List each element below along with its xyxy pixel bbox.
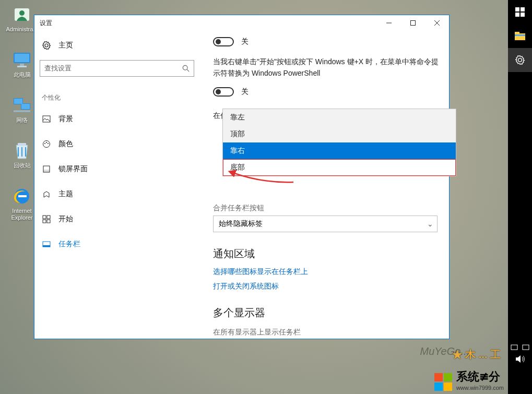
svg-rect-8 <box>14 99 22 104</box>
desktop-icon-label: Internet Explorer <box>11 208 33 221</box>
desktop-icon-label: Administra... <box>6 26 38 33</box>
desktop-icon-network[interactable]: 网络 <box>6 95 38 124</box>
volume-icon[interactable] <box>515 355 525 363</box>
svg-rect-10 <box>18 143 26 146</box>
svg-rect-33 <box>515 32 519 34</box>
link-system-icons[interactable]: 打开或关闭系统图标 <box>213 282 440 291</box>
tray-icons[interactable] <box>511 343 529 351</box>
svg-rect-34 <box>515 34 525 36</box>
nav-themes[interactable]: 主题 <box>40 182 202 207</box>
nav-lockscreen[interactable]: 锁屏界面 <box>40 157 202 182</box>
lockscreen-icon <box>42 165 51 173</box>
gear-icon <box>42 41 51 50</box>
search-placeholder: 查找设置 <box>44 64 72 73</box>
search-icon <box>182 65 190 72</box>
user-icon <box>11 4 32 25</box>
brand-url: www.win7999.com <box>456 385 504 391</box>
svg-point-17 <box>44 143 45 144</box>
svg-rect-35 <box>511 345 517 350</box>
toggle-switch-2[interactable] <box>213 87 234 97</box>
svg-rect-27 <box>43 245 50 247</box>
dropdown-option-top[interactable]: 顶部 <box>223 126 456 142</box>
brand-text: 系统≢分 <box>456 369 504 385</box>
svg-rect-21 <box>43 170 50 172</box>
svg-rect-30 <box>515 13 519 17</box>
dropdown-option-right[interactable]: 靠右 <box>223 142 456 159</box>
taskbar-tray <box>508 340 532 394</box>
toggle-switch-1[interactable] <box>213 37 234 46</box>
nav-colors[interactable]: 颜色 <box>40 132 202 157</box>
tray-icon-1[interactable] <box>511 343 518 351</box>
theme-icon <box>42 190 51 198</box>
desktop-icons: Administra... 此电脑 网络 回收站 Internet Explor… <box>6 4 38 221</box>
toggle-state-1: 关 <box>241 37 249 46</box>
svg-rect-25 <box>47 220 50 223</box>
nav-background[interactable]: 背景 <box>40 106 202 132</box>
combo-value: 始终隐藏标签 <box>219 219 263 229</box>
dropdown-option-bottom[interactable]: 底部 <box>223 159 456 176</box>
link-select-icons[interactable]: 选择哪些图标显示在任务栏上 <box>213 267 440 277</box>
desktop-icon-user[interactable]: Administra... <box>6 4 38 33</box>
nav-label: 任务栏 <box>58 240 80 249</box>
computer-icon <box>11 50 32 70</box>
desktop-icon-label: 回收站 <box>14 162 31 169</box>
desktop-icon-ie[interactable]: Internet Explorer <box>6 186 38 221</box>
maximize-button[interactable] <box>401 15 425 31</box>
nav-start[interactable]: 开始 <box>40 207 202 232</box>
recycle-icon <box>11 140 32 161</box>
picture-icon <box>42 115 51 123</box>
svg-rect-5 <box>17 66 27 67</box>
dropdown-option-left[interactable]: 靠左 <box>223 109 456 126</box>
nav-label: 锁屏界面 <box>58 164 88 174</box>
settings-task-button[interactable] <box>508 48 532 72</box>
taskbar-icon <box>42 240 51 248</box>
start-button[interactable] <box>508 0 532 24</box>
svg-rect-22 <box>43 216 46 219</box>
svg-rect-36 <box>523 345 529 350</box>
svg-rect-13 <box>411 21 416 26</box>
nav-taskbar[interactable]: 任务栏 <box>40 232 202 257</box>
network-icon <box>11 95 32 116</box>
multimonitor-header: 多个显示器 <box>213 306 440 320</box>
svg-point-16 <box>43 141 50 148</box>
home-label: 主页 <box>58 41 73 50</box>
notification-area-header: 通知区域 <box>213 247 440 261</box>
combine-label-partial: 合并任务栏按钮 <box>213 202 440 213</box>
svg-point-14 <box>183 65 187 70</box>
settings-window: 设置 主页 查找设置 个性化 背景 <box>34 15 450 339</box>
explorer-button[interactable] <box>508 24 532 48</box>
desktop-icon-recycle[interactable]: 回收站 <box>6 140 38 169</box>
tray-icon-2[interactable] <box>522 343 529 351</box>
nav-label: 颜色 <box>58 139 73 149</box>
svg-rect-4 <box>20 64 24 66</box>
minimize-button[interactable] <box>377 15 401 31</box>
toggle-state-2: 关 <box>241 87 249 97</box>
desktop-icon-computer[interactable]: 此电脑 <box>6 50 38 78</box>
ie-icon <box>11 186 32 207</box>
settings-content: 关 当我右键单击"开始"按钮或按下 Windows 键+X 时，在菜单中将命令提… <box>202 31 449 339</box>
nav-label: 背景 <box>58 114 73 124</box>
close-button[interactable] <box>425 15 449 31</box>
svg-rect-24 <box>43 220 46 223</box>
svg-point-19 <box>48 143 49 144</box>
svg-rect-9 <box>21 104 30 109</box>
watermark-logo-text: ★ 木 ... 工 <box>452 348 501 362</box>
multimon-label: 在所有显示器上显示任务栏 <box>213 326 440 338</box>
taskbar-position-dropdown: 靠左 顶部 靠右 底部 <box>222 109 456 176</box>
svg-rect-23 <box>47 216 50 219</box>
svg-rect-29 <box>521 7 525 11</box>
powershell-desc: 当我右键单击"开始"按钮或按下 Windows 键+X 时，在菜单中将命令提示符… <box>213 56 440 79</box>
svg-point-18 <box>46 142 47 143</box>
home-row[interactable]: 主页 <box>40 35 202 56</box>
nav-label: 开始 <box>58 214 73 224</box>
svg-rect-28 <box>515 7 519 11</box>
combine-combobox[interactable]: 始终隐藏标签 ⌄ <box>213 216 438 232</box>
svg-rect-15 <box>43 116 50 122</box>
desktop-icon-label: 网络 <box>16 117 28 124</box>
nav-label: 主题 <box>58 189 73 199</box>
search-input[interactable]: 查找设置 <box>40 60 194 77</box>
desktop-icon-label: 此电脑 <box>14 71 31 78</box>
chevron-down-icon: ⌄ <box>423 220 437 228</box>
section-header: 个性化 <box>40 84 202 106</box>
window-title: 设置 <box>40 19 52 28</box>
